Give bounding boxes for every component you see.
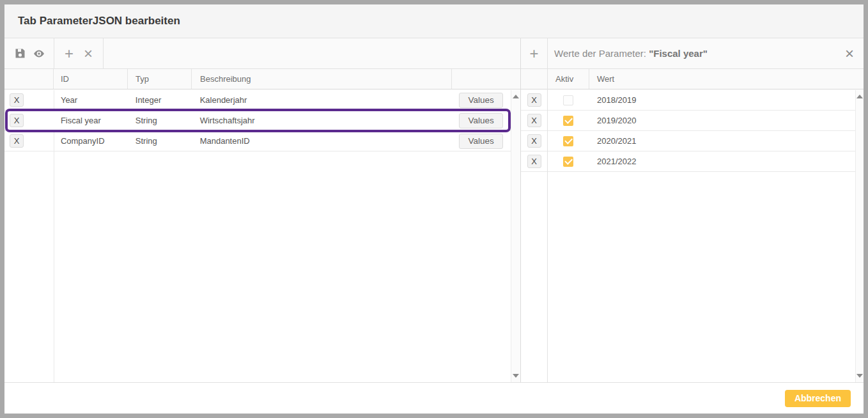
close-values-panel-button[interactable]: ×	[835, 38, 864, 68]
parameters-table-header: ID Typ Beschreibung	[4, 69, 520, 89]
values-button[interactable]: Values	[459, 134, 502, 149]
actions-cell: X	[521, 151, 547, 171]
aktiv-cell	[547, 151, 589, 171]
add-parameter-button[interactable]: +	[59, 43, 79, 65]
values-title-prefix: Werte der Parameter:	[554, 48, 649, 59]
value-row[interactable]: X2018/2019	[521, 90, 855, 111]
scroll-up-icon[interactable]	[513, 95, 519, 98]
aktiv-cell	[547, 131, 589, 151]
aktiv-cell	[547, 90, 589, 110]
parameters-table-body: XYearIntegerKalenderjahrValuesXFiscal ye…	[4, 90, 511, 382]
value-row[interactable]: X2019/2020	[521, 111, 855, 131]
parameter-row[interactable]: XFiscal yearStringWirtschaftsjahrValues	[4, 111, 511, 131]
scroll-down-icon[interactable]	[513, 374, 519, 378]
header-cell-wert: Wert	[589, 69, 864, 89]
values-panel-header: + Werte der Parameter: "Fiscal year" ×	[521, 38, 864, 69]
value-row[interactable]: X2020/2021	[521, 131, 855, 151]
dialog-title: Tab ParameterJSON bearbeiten	[18, 15, 180, 27]
header-cell-actions	[4, 69, 54, 89]
delete-value-button[interactable]: X	[527, 134, 541, 148]
values-title-parameter: "Fiscal year"	[649, 48, 708, 59]
actions-cell: X	[4, 131, 54, 151]
values-scrollbar[interactable]	[855, 90, 864, 382]
parameter-typ: String	[128, 131, 192, 151]
dialog-footer: Abbrechen	[4, 382, 864, 414]
dialog-body: + × ID Typ Beschreibung XYearIntegerKale…	[4, 38, 864, 382]
actions-cell: X	[4, 111, 54, 130]
aktiv-checkbox[interactable]	[563, 157, 573, 167]
value-wert: 2018/2019	[589, 90, 855, 110]
header-cell-id: ID	[54, 69, 128, 89]
values-panel-title: Werte der Parameter: "Fiscal year"	[547, 48, 835, 59]
parameters-toolbar: + ×	[4, 38, 520, 69]
actions-cell: X	[521, 131, 547, 151]
header-cell-beschreibung: Beschreibung	[192, 69, 452, 89]
actions-cell: X	[521, 90, 547, 110]
toolbar-divider	[54, 38, 54, 69]
values-panel: + Werte der Parameter: "Fiscal year" × A…	[521, 38, 864, 382]
delete-parameter-button[interactable]: X	[10, 114, 24, 127]
parameter-row[interactable]: XCompanyIDStringMandantenIDValues	[4, 131, 511, 151]
values-table-body: X2018/2019X2019/2020X2020/2021X2021/2022	[521, 90, 855, 382]
values-button[interactable]: Values	[459, 113, 502, 128]
parameters-panel: + × ID Typ Beschreibung XYearIntegerKale…	[4, 38, 521, 382]
delete-value-button[interactable]: X	[527, 155, 541, 168]
add-value-button[interactable]: +	[525, 43, 544, 65]
aktiv-cell	[547, 111, 589, 130]
dialog-window: Tab ParameterJSON bearbeiten	[0, 0, 868, 418]
values-cell: Values	[451, 131, 511, 151]
aktiv-checkbox[interactable]	[563, 95, 573, 105]
actions-cell: X	[521, 111, 547, 130]
parameter-typ: String	[128, 111, 192, 130]
parameter-typ: Integer	[128, 90, 192, 110]
parameter-id: Fiscal year	[54, 111, 128, 130]
value-wert: 2021/2022	[589, 151, 855, 171]
header-cell-values	[452, 69, 511, 89]
column-divider	[54, 90, 54, 382]
parameter-id: Year	[54, 90, 128, 110]
dialog-titlebar: Tab ParameterJSON bearbeiten	[4, 4, 864, 38]
delete-parameter-toolbar-button[interactable]: ×	[79, 43, 98, 65]
save-icon	[14, 47, 26, 59]
parameters-scrollbar[interactable]	[511, 90, 520, 382]
cancel-button[interactable]: Abbrechen	[785, 390, 851, 407]
eye-icon	[32, 47, 46, 61]
add-value-column: +	[521, 38, 547, 68]
parameter-beschreibung: MandantenID	[192, 131, 451, 151]
scroll-down-icon[interactable]	[856, 374, 863, 378]
preview-button[interactable]	[29, 43, 49, 65]
parameter-beschreibung: Kalenderjahr	[192, 90, 451, 110]
column-divider	[547, 38, 548, 382]
parameter-id: CompanyID	[54, 131, 128, 151]
values-cell: Values	[451, 111, 511, 130]
parameter-row[interactable]: XYearIntegerKalenderjahrValues	[4, 90, 511, 111]
save-button[interactable]	[10, 43, 29, 65]
values-button[interactable]: Values	[459, 93, 502, 108]
delete-value-button[interactable]: X	[527, 114, 541, 127]
header-cell-typ: Typ	[128, 69, 192, 89]
toolbar-divider	[103, 38, 104, 69]
aktiv-checkbox[interactable]	[563, 136, 573, 146]
values-table-header: Aktiv Wert	[521, 69, 864, 89]
delete-parameter-button[interactable]: X	[10, 93, 24, 107]
actions-cell: X	[4, 90, 54, 110]
values-cell: Values	[451, 90, 511, 110]
parameter-beschreibung: Wirtschaftsjahr	[192, 111, 451, 130]
value-wert: 2019/2020	[589, 111, 855, 130]
scroll-up-icon[interactable]	[856, 95, 863, 98]
header-cell-actions	[521, 69, 547, 89]
value-wert: 2020/2021	[589, 131, 855, 151]
value-row[interactable]: X2021/2022	[521, 151, 855, 172]
delete-value-button[interactable]: X	[527, 93, 541, 107]
aktiv-checkbox[interactable]	[563, 116, 573, 126]
delete-parameter-button[interactable]: X	[10, 134, 24, 148]
header-cell-aktiv: Aktiv	[547, 69, 589, 89]
